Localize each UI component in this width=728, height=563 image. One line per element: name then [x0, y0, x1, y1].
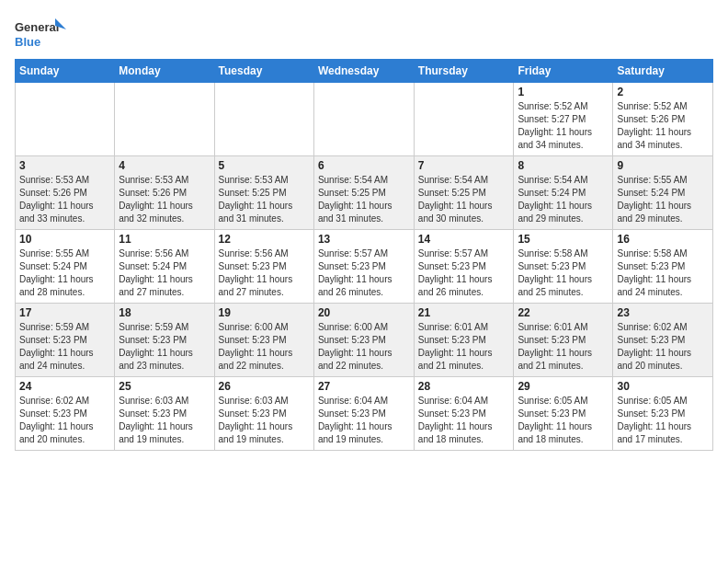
- day-info: Sunrise: 5:53 AM Sunset: 5:26 PM Dayligh…: [119, 174, 210, 225]
- calendar-header-row: SundayMondayTuesdayWednesdayThursdayFrid…: [16, 60, 713, 83]
- day-number: 28: [418, 380, 510, 393]
- day-info: Sunrise: 6:05 AM Sunset: 5:23 PM Dayligh…: [617, 395, 709, 446]
- calendar-cell: 29Sunrise: 6:05 AM Sunset: 5:23 PM Dayli…: [514, 377, 613, 451]
- day-info: Sunrise: 6:02 AM Sunset: 5:23 PM Dayligh…: [617, 321, 709, 373]
- weekday-header: Wednesday: [313, 60, 414, 83]
- calendar-body: 1Sunrise: 5:52 AM Sunset: 5:27 PM Daylig…: [16, 83, 713, 451]
- day-number: 2: [617, 86, 709, 98]
- day-info: Sunrise: 5:58 AM Sunset: 5:23 PM Dayligh…: [617, 247, 709, 299]
- day-info: Sunrise: 5:52 AM Sunset: 5:27 PM Dayligh…: [518, 100, 609, 152]
- calendar-cell: [16, 83, 115, 156]
- calendar-cell: 13Sunrise: 5:57 AM Sunset: 5:23 PM Dayli…: [313, 230, 414, 304]
- day-info: Sunrise: 5:56 AM Sunset: 5:24 PM Dayligh…: [119, 247, 210, 299]
- day-info: Sunrise: 6:00 AM Sunset: 5:23 PM Dayligh…: [318, 321, 410, 373]
- calendar-table: SundayMondayTuesdayWednesdayThursdayFrid…: [15, 59, 713, 451]
- calendar-cell: 3Sunrise: 5:53 AM Sunset: 5:26 PM Daylig…: [16, 156, 115, 230]
- calendar-cell: 10Sunrise: 5:55 AM Sunset: 5:24 PM Dayli…: [16, 230, 115, 304]
- weekday-header: Monday: [115, 60, 214, 83]
- calendar-cell: 19Sunrise: 6:00 AM Sunset: 5:23 PM Dayli…: [214, 304, 313, 377]
- calendar-cell: 24Sunrise: 6:02 AM Sunset: 5:23 PM Dayli…: [16, 377, 115, 451]
- calendar-cell: 21Sunrise: 6:01 AM Sunset: 5:23 PM Dayli…: [414, 304, 514, 377]
- calendar-cell: 26Sunrise: 6:03 AM Sunset: 5:23 PM Dayli…: [214, 377, 313, 451]
- day-number: 13: [318, 233, 410, 246]
- calendar-cell: 2Sunrise: 5:52 AM Sunset: 5:26 PM Daylig…: [613, 83, 713, 156]
- calendar-cell: [313, 83, 414, 156]
- day-number: 19: [219, 306, 310, 319]
- calendar-week-row: 1Sunrise: 5:52 AM Sunset: 5:27 PM Daylig…: [16, 83, 713, 156]
- calendar-cell: 6Sunrise: 5:54 AM Sunset: 5:25 PM Daylig…: [313, 156, 414, 230]
- calendar-week-row: 10Sunrise: 5:55 AM Sunset: 5:24 PM Dayli…: [16, 230, 713, 304]
- calendar-cell: 11Sunrise: 5:56 AM Sunset: 5:24 PM Dayli…: [115, 230, 214, 304]
- day-number: 3: [19, 159, 110, 172]
- calendar-week-row: 3Sunrise: 5:53 AM Sunset: 5:26 PM Daylig…: [16, 156, 713, 230]
- calendar-cell: 30Sunrise: 6:05 AM Sunset: 5:23 PM Dayli…: [613, 377, 713, 451]
- day-number: 6: [318, 159, 410, 172]
- logo-svg: GeneralBlue: [15, 15, 70, 52]
- calendar-cell: 14Sunrise: 5:57 AM Sunset: 5:23 PM Dayli…: [414, 230, 514, 304]
- calendar-cell: 5Sunrise: 5:53 AM Sunset: 5:25 PM Daylig…: [214, 156, 313, 230]
- day-info: Sunrise: 5:55 AM Sunset: 5:24 PM Dayligh…: [19, 247, 110, 299]
- day-number: 7: [418, 159, 510, 172]
- day-info: Sunrise: 5:57 AM Sunset: 5:23 PM Dayligh…: [318, 247, 410, 299]
- day-info: Sunrise: 5:55 AM Sunset: 5:24 PM Dayligh…: [617, 174, 709, 225]
- day-info: Sunrise: 5:57 AM Sunset: 5:23 PM Dayligh…: [418, 247, 510, 299]
- day-number: 1: [518, 86, 609, 98]
- svg-text:General: General: [15, 20, 59, 34]
- day-info: Sunrise: 6:01 AM Sunset: 5:23 PM Dayligh…: [418, 321, 510, 373]
- calendar-week-row: 17Sunrise: 5:59 AM Sunset: 5:23 PM Dayli…: [16, 304, 713, 377]
- day-info: Sunrise: 6:02 AM Sunset: 5:23 PM Dayligh…: [19, 395, 110, 446]
- day-info: Sunrise: 5:53 AM Sunset: 5:26 PM Dayligh…: [19, 174, 110, 225]
- calendar-cell: 4Sunrise: 5:53 AM Sunset: 5:26 PM Daylig…: [115, 156, 214, 230]
- day-number: 27: [318, 380, 410, 393]
- calendar-cell: [414, 83, 514, 156]
- day-info: Sunrise: 5:52 AM Sunset: 5:26 PM Dayligh…: [617, 100, 709, 152]
- day-info: Sunrise: 6:00 AM Sunset: 5:23 PM Dayligh…: [219, 321, 310, 373]
- calendar-cell: 8Sunrise: 5:54 AM Sunset: 5:24 PM Daylig…: [514, 156, 613, 230]
- logo: GeneralBlue: [15, 15, 70, 52]
- day-info: Sunrise: 6:05 AM Sunset: 5:23 PM Dayligh…: [518, 395, 609, 446]
- calendar-week-row: 24Sunrise: 6:02 AM Sunset: 5:23 PM Dayli…: [16, 377, 713, 451]
- day-number: 9: [617, 159, 709, 172]
- svg-text:Blue: Blue: [15, 35, 40, 49]
- day-info: Sunrise: 6:03 AM Sunset: 5:23 PM Dayligh…: [119, 395, 210, 446]
- page-header: GeneralBlue: [15, 15, 713, 52]
- day-number: 18: [119, 306, 210, 319]
- day-number: 29: [518, 380, 609, 393]
- weekday-header: Friday: [514, 60, 613, 83]
- day-number: 4: [119, 159, 210, 172]
- calendar-cell: 18Sunrise: 5:59 AM Sunset: 5:23 PM Dayli…: [115, 304, 214, 377]
- calendar-cell: 15Sunrise: 5:58 AM Sunset: 5:23 PM Dayli…: [514, 230, 613, 304]
- calendar-cell: 7Sunrise: 5:54 AM Sunset: 5:25 PM Daylig…: [414, 156, 514, 230]
- day-info: Sunrise: 6:04 AM Sunset: 5:23 PM Dayligh…: [418, 395, 510, 446]
- calendar-cell: [115, 83, 214, 156]
- day-number: 12: [219, 233, 310, 246]
- day-info: Sunrise: 6:03 AM Sunset: 5:23 PM Dayligh…: [219, 395, 310, 446]
- day-number: 11: [119, 233, 210, 246]
- weekday-header: Sunday: [16, 60, 115, 83]
- weekday-header: Tuesday: [214, 60, 313, 83]
- day-number: 26: [219, 380, 310, 393]
- day-info: Sunrise: 5:56 AM Sunset: 5:23 PM Dayligh…: [219, 247, 310, 299]
- day-number: 20: [318, 306, 410, 319]
- calendar-cell: 22Sunrise: 6:01 AM Sunset: 5:23 PM Dayli…: [514, 304, 613, 377]
- weekday-header: Thursday: [414, 60, 514, 83]
- calendar-cell: 16Sunrise: 5:58 AM Sunset: 5:23 PM Dayli…: [613, 230, 713, 304]
- day-number: 8: [518, 159, 609, 172]
- weekday-header: Saturday: [613, 60, 713, 83]
- day-number: 24: [19, 380, 110, 393]
- calendar-cell: 27Sunrise: 6:04 AM Sunset: 5:23 PM Dayli…: [313, 377, 414, 451]
- day-number: 5: [219, 159, 310, 172]
- calendar-cell: [214, 83, 313, 156]
- day-number: 23: [617, 306, 709, 319]
- calendar-cell: 20Sunrise: 6:00 AM Sunset: 5:23 PM Dayli…: [313, 304, 414, 377]
- day-number: 22: [518, 306, 609, 319]
- day-info: Sunrise: 5:54 AM Sunset: 5:25 PM Dayligh…: [418, 174, 510, 225]
- day-number: 16: [617, 233, 709, 246]
- day-number: 17: [19, 306, 110, 319]
- day-info: Sunrise: 5:54 AM Sunset: 5:24 PM Dayligh…: [518, 174, 609, 225]
- day-info: Sunrise: 6:04 AM Sunset: 5:23 PM Dayligh…: [318, 395, 410, 446]
- day-number: 10: [19, 233, 110, 246]
- calendar-cell: 1Sunrise: 5:52 AM Sunset: 5:27 PM Daylig…: [514, 83, 613, 156]
- day-info: Sunrise: 5:58 AM Sunset: 5:23 PM Dayligh…: [518, 247, 609, 299]
- calendar-cell: 9Sunrise: 5:55 AM Sunset: 5:24 PM Daylig…: [613, 156, 713, 230]
